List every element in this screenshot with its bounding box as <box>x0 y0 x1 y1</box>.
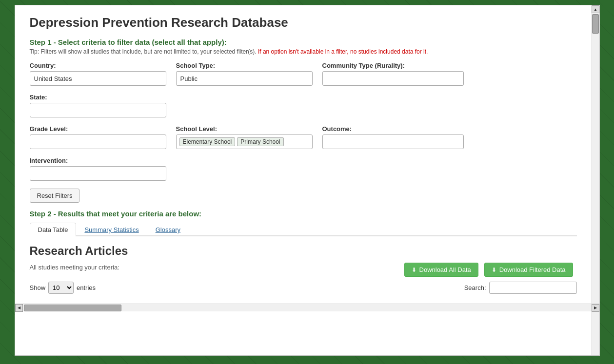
download-filtered-button[interactable]: Download Filtered Data <box>484 263 573 277</box>
country-input[interactable] <box>30 71 166 86</box>
results-meta: All studies meeting your criteria: <box>30 264 119 271</box>
step2-heading: Step 2 - Results that meet your criteria… <box>30 210 577 218</box>
filter-row-4: Intervention: <box>30 157 577 181</box>
community-label: Community Type (Rurality): <box>322 62 464 69</box>
show-entries-left: Show 10 25 50 100 entries <box>30 282 96 294</box>
entries-select[interactable]: 10 25 50 100 <box>48 282 74 294</box>
community-input[interactable] <box>322 71 464 86</box>
reset-filters-button[interactable]: Reset Filters <box>30 189 80 203</box>
tip-highlight: If an option isn't available in a filter… <box>258 48 428 55</box>
community-filter-group: Community Type (Rurality): <box>322 62 464 86</box>
tab-data-table[interactable]: Data Table <box>30 223 77 236</box>
grade-level-label: Grade Level: <box>30 125 166 133</box>
filter-row-3: Grade Level: School Level: Elementary Sc… <box>30 125 577 149</box>
step1-heading: Step 1 - Select criteria to filter data … <box>30 38 577 46</box>
scroll-thumb[interactable] <box>592 14 599 34</box>
outcome-input[interactable] <box>322 134 464 149</box>
download-buttons: Download All Data Download Filtered Data <box>404 263 577 277</box>
tag-elementary: Elementary School <box>179 137 236 146</box>
tab-glossary[interactable]: Glossary <box>147 223 189 236</box>
school-type-filter-group: School Type: <box>176 62 313 86</box>
grade-level-filter-group: Grade Level: <box>30 125 166 149</box>
state-label: State: <box>30 94 166 101</box>
filter-row-2: State: <box>30 94 577 117</box>
table-controls-row: Show 10 25 50 100 entries Search: <box>30 282 577 294</box>
tip-regular: Tip: Filters will show all studies that … <box>30 48 257 55</box>
download-filtered-label: Download Filtered Data <box>499 266 566 273</box>
state-input[interactable] <box>30 103 166 117</box>
scroll-right-arrow[interactable]: ▶ <box>592 304 599 312</box>
scroll-left-arrow[interactable]: ◀ <box>15 304 23 312</box>
school-level-tags-input[interactable]: Elementary School Primary School <box>176 134 313 149</box>
download-all-label: Download All Data <box>419 266 471 273</box>
section-title: Research Articles <box>30 244 577 258</box>
main-window: ▲ Depression Prevention Research Databas… <box>15 5 600 356</box>
tab-summary-statistics[interactable]: Summary Statistics <box>76 223 147 236</box>
country-label: Country: <box>30 62 166 69</box>
download-all-button[interactable]: Download All Data <box>404 263 478 277</box>
intervention-input[interactable] <box>30 166 166 181</box>
outcome-filter-group: Outcome: <box>322 125 464 149</box>
school-type-label: School Type: <box>176 62 313 69</box>
school-level-label: School Level: <box>176 125 313 133</box>
scroll-up-arrow[interactable]: ▲ <box>592 5 599 13</box>
horizontal-scrollbar[interactable]: ◀ ▶ <box>15 304 599 311</box>
show-label: Show <box>30 284 46 291</box>
intervention-label: Intervention: <box>30 157 166 164</box>
tip-text: Tip: Filters will show all studies that … <box>30 48 577 55</box>
download-filtered-icon <box>492 266 496 273</box>
search-input[interactable] <box>489 282 577 294</box>
filter-row-1: Country: School Type: Community Type (Ru… <box>30 62 577 86</box>
outcome-label: Outcome: <box>322 125 464 133</box>
search-label: Search: <box>464 284 486 291</box>
scroll-thumb-h[interactable] <box>24 305 121 311</box>
search-right: Search: <box>464 282 577 294</box>
country-filter-group: Country: <box>30 62 166 86</box>
school-type-input[interactable] <box>176 71 313 86</box>
grade-level-input[interactable] <box>30 134 166 149</box>
entries-label: entries <box>77 284 96 291</box>
tag-primary: Primary School <box>237 137 283 146</box>
school-level-filter-group: School Level: Elementary School Primary … <box>176 125 313 149</box>
intervention-filter-group: Intervention: <box>30 157 166 181</box>
page-title: Depression Prevention Research Database <box>30 15 577 30</box>
download-all-icon <box>412 266 416 273</box>
vertical-scrollbar[interactable]: ▲ <box>592 5 599 355</box>
state-filter-group: State: <box>30 94 166 117</box>
tabs-container: Data Table Summary Statistics Glossary <box>30 223 577 236</box>
